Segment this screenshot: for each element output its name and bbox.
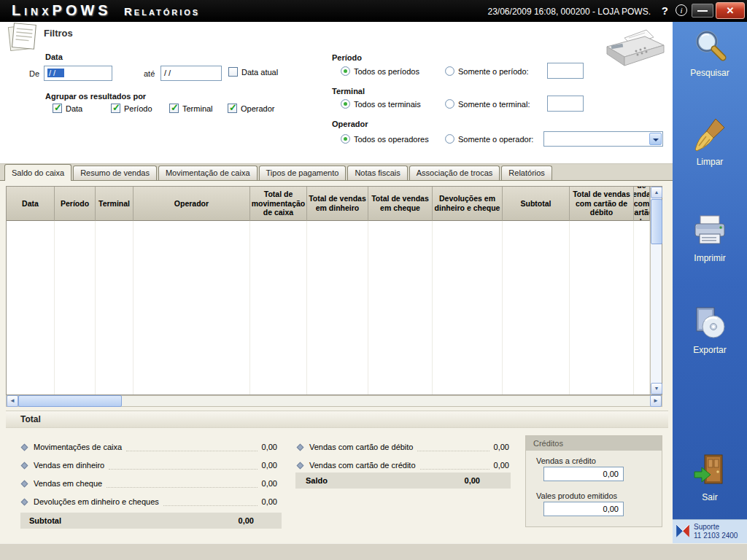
radio-todos-operadores[interactable]: Todos os operadores: [341, 134, 429, 144]
bullet-icon: [21, 480, 28, 487]
grid-column: [634, 221, 650, 394]
radio-selected-icon: [341, 66, 350, 76]
checkbox-group-periodo[interactable]: ✓ Período: [111, 104, 152, 113]
notepad-icon: [4, 22, 41, 57]
vendas-credito-value: 0,00: [603, 470, 619, 478]
filters-title: Filtros: [44, 28, 73, 39]
scroll-left-arrow[interactable]: ◄: [7, 395, 18, 407]
tab-saldo-do-caixa[interactable]: Saldo do caixa: [4, 164, 71, 181]
tab-resumo-de-vendas[interactable]: Resumo de vendas: [73, 166, 157, 180]
scroll-up-arrow[interactable]: ▲: [651, 187, 662, 198]
grid-header-data[interactable]: Data: [7, 187, 55, 221]
checkbox-box: ✓: [228, 104, 237, 113]
grid-header-terminal[interactable]: Terminal: [96, 187, 133, 221]
tabstrip: Saldo do caixa Resumo de vendas Moviment…: [0, 163, 673, 180]
radio-somente-periodo[interactable]: Somente o período:: [445, 66, 529, 76]
grid-column: [133, 221, 250, 394]
radio-todos-terminais[interactable]: Todos os terminais: [341, 99, 421, 109]
tab-relatorios[interactable]: Relatórios: [501, 166, 552, 180]
minimize-button[interactable]: [692, 4, 713, 18]
vales-produto-label: Vales produto emitidos: [536, 491, 617, 500]
exportar-button[interactable]: Exportar: [673, 305, 747, 355]
checkbox-label: Terminal: [182, 104, 213, 113]
grid-column: [570, 221, 634, 394]
radio-todos-periodos[interactable]: Todos os períodos: [341, 66, 419, 76]
help-icon[interactable]: ?: [662, 4, 668, 17]
total-row-movimentacoes: Movimentações de caixa 0,00: [22, 440, 277, 454]
grid-header-subtotal[interactable]: Subtotal: [503, 187, 570, 221]
radio-label: Somente o terminal:: [458, 100, 530, 109]
radio-somente-terminal[interactable]: Somente o terminal:: [445, 99, 530, 109]
total-row-cartao-credito: Vendas com cartão de crédito 0,00: [298, 458, 509, 472]
cd-export-icon: [692, 334, 728, 343]
grid-header-total-movimentacao[interactable]: Total de movimentação de caixa: [250, 187, 307, 221]
bullet-icon: [297, 443, 304, 451]
checkbox-group-terminal[interactable]: ✓ Terminal: [169, 104, 213, 113]
grid-header-periodo[interactable]: Período: [55, 187, 96, 221]
check-icon: ✓: [171, 102, 179, 113]
checkbox-label: Operador: [241, 104, 274, 113]
total-row-label: Vendas em dinheiro: [34, 461, 104, 470]
checkbox-label: Período: [124, 104, 152, 113]
dotted-leader: [107, 480, 257, 488]
limpar-label: Limpar: [673, 157, 747, 167]
vendas-credito-input[interactable]: 0,00: [543, 467, 624, 481]
broom-icon: [692, 146, 728, 155]
subtotal-value: 0,00: [239, 516, 254, 525]
total-row-value: 0,00: [262, 497, 277, 506]
vertical-scrollbar[interactable]: ▲ ▼: [650, 187, 662, 394]
date-to-input[interactable]: / /: [160, 66, 222, 81]
total-row-value: 0,00: [494, 443, 509, 451]
pesquisar-button[interactable]: Pesquisar: [673, 28, 747, 78]
total-row-devolucoes: Devoluções em dinheiro e cheques 0,00: [22, 494, 277, 509]
sair-label: Sair: [673, 492, 747, 502]
checkbox-group-operador[interactable]: ✓ Operador: [228, 104, 274, 113]
tab-movimentacao-de-caixa[interactable]: Movimentação de caixa: [158, 166, 258, 180]
limpar-button[interactable]: Limpar: [673, 117, 747, 167]
grid-header-vendas-dinheiro[interactable]: Total de vendas em dinheiro: [307, 187, 368, 221]
tab-tipos-de-pagamento[interactable]: Tipos de pagamento: [259, 166, 347, 180]
checkbox-label: Data atual: [241, 68, 278, 77]
printer-icon: [692, 242, 728, 251]
exportar-label: Exportar: [673, 345, 747, 355]
grid-header-operador[interactable]: Operador: [133, 187, 250, 221]
support-banner: Suporte 11 2103 2400: [673, 519, 747, 543]
vales-produto-input[interactable]: 0,00: [543, 502, 624, 516]
operador-dropdown[interactable]: [543, 131, 663, 147]
pesquisar-label: Pesquisar: [673, 68, 747, 78]
imprimir-button[interactable]: Imprimir: [673, 213, 747, 263]
vertical-scroll-thumb[interactable]: [651, 199, 662, 244]
filters-panel: Filtros Data De / / até / /: [0, 22, 673, 163]
data-group-label: Data: [45, 52, 63, 61]
about-icon[interactable]: i: [676, 4, 687, 16]
tab-notas-fiscais[interactable]: Notas fiscais: [347, 166, 407, 180]
radio-icon: [445, 66, 454, 76]
sair-button[interactable]: Sair: [673, 452, 747, 502]
terminal-input[interactable]: [547, 96, 584, 112]
date-from-input[interactable]: / /: [44, 66, 112, 81]
radio-label: Somente o operador:: [458, 135, 533, 144]
scroll-down-arrow[interactable]: ▼: [651, 383, 662, 394]
grid-header-cartao-credito[interactable]: Total de vendas com cartão de crédito: [634, 187, 650, 221]
total-row-value: 0,00: [262, 443, 277, 451]
horizontal-scrollbar[interactable]: ◄ ►: [6, 395, 662, 407]
radio-somente-operador[interactable]: Somente o operador:: [445, 134, 533, 144]
total-row-vendas-cheque: Vendas em cheque 0,00: [22, 476, 277, 491]
checkbox-box: ✓: [53, 104, 62, 113]
checkbox-data-atual[interactable]: Data atual: [228, 67, 278, 77]
total-row-label: Devoluções em dinheiro e cheques: [34, 497, 159, 506]
checkbox-group-data[interactable]: ✓ Data: [53, 104, 82, 113]
checkbox-label: Data: [66, 104, 82, 113]
close-button[interactable]: ✕: [716, 2, 745, 19]
chevron-down-icon[interactable]: [649, 133, 662, 145]
page-title: Relatórios: [124, 5, 200, 18]
titlebar: LinxPOWS Relatórios 23/06/2009 16:08, 00…: [0, 0, 747, 22]
grid-header-devolucoes[interactable]: Devoluções em dinheiro e cheque: [433, 187, 503, 221]
grid-header-vendas-cheque[interactable]: Total de vendas em cheque: [368, 187, 433, 221]
grid-header-cartao-debito[interactable]: Total de vendas com cartão de débito: [570, 187, 634, 221]
horizontal-scroll-thumb[interactable]: [18, 395, 122, 407]
radio-selected-icon: [341, 134, 350, 144]
scroll-right-arrow[interactable]: ►: [650, 395, 662, 407]
tab-associacao-de-trocas[interactable]: Associação de trocas: [409, 166, 500, 180]
periodo-input[interactable]: [547, 63, 584, 79]
